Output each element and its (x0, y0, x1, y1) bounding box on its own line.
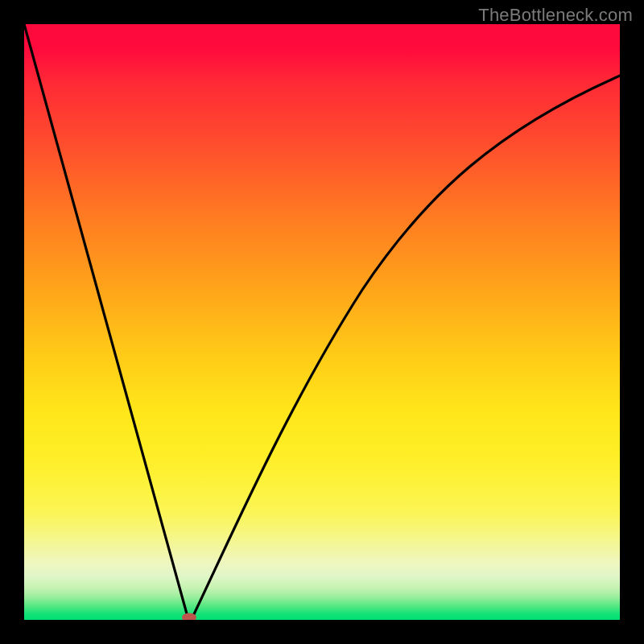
watermark-text: TheBottleneck.com (478, 5, 633, 26)
bottleneck-curve (24, 24, 620, 618)
plot-area (24, 24, 620, 620)
chart-frame: TheBottleneck.com (0, 0, 644, 644)
curve-layer (24, 24, 620, 620)
